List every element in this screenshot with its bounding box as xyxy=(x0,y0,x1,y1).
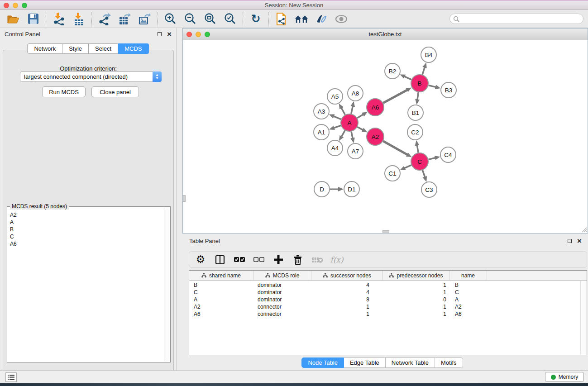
graph-edge-A-A7[interactable] xyxy=(351,132,353,139)
control-panel-tab[interactable]: Network xyxy=(27,43,62,54)
function-builder-icon[interactable]: f(x) xyxy=(331,254,343,266)
table-type-tab[interactable]: Motifs xyxy=(435,357,463,368)
graph-node-C3[interactable]: C3 xyxy=(421,182,437,197)
graph-node-C4[interactable]: C4 xyxy=(440,147,456,162)
graph-edge-C-C3[interactable] xyxy=(422,170,425,178)
graph-edge-A6-B[interactable] xyxy=(383,90,408,103)
table-type-tab[interactable]: Edge Table xyxy=(344,357,386,368)
table-settings-gear-icon[interactable]: ⚙ xyxy=(195,254,206,266)
graph-edge-A-A6[interactable] xyxy=(357,114,364,118)
zoom-window-button[interactable] xyxy=(22,3,27,8)
table-column-header[interactable]: predecessor nodes xyxy=(383,271,449,280)
run-mcds-button[interactable]: Run MCDS xyxy=(42,86,86,97)
open-session-icon[interactable] xyxy=(6,12,20,26)
float-panel-icon[interactable] xyxy=(158,32,162,36)
graph-node-C2[interactable]: C2 xyxy=(407,124,423,140)
graph-node-B4[interactable]: B4 xyxy=(421,47,436,62)
table-column-header[interactable]: name xyxy=(449,271,487,280)
zoom-in-icon[interactable] xyxy=(163,12,177,26)
table-type-tab[interactable]: Node Table xyxy=(301,357,344,368)
select-all-checkboxes-icon[interactable] xyxy=(234,254,245,266)
show-hide-styles-icon[interactable] xyxy=(315,12,328,26)
graph-edge-A-A1[interactable] xyxy=(333,125,341,128)
close-table-panel-icon[interactable]: × xyxy=(577,239,582,243)
float-table-panel-icon[interactable] xyxy=(568,239,572,243)
graph-node-D1[interactable]: D1 xyxy=(344,181,359,197)
graph-edge-B-B2[interactable] xyxy=(404,76,411,80)
graph-node-C[interactable]: C xyxy=(411,153,428,170)
table-column-header[interactable]: shared name xyxy=(189,271,253,280)
table-type-tab[interactable]: Network Table xyxy=(386,357,435,368)
network-close-button[interactable] xyxy=(186,32,192,37)
memory-button[interactable]: Memory xyxy=(545,372,584,382)
network-graph[interactable]: AA1A2A3A4A5A6A7A8BB1B2B3B4CC1C2C3C4DD1 xyxy=(183,40,588,233)
delete-table-icon[interactable] xyxy=(311,254,323,266)
criterion-dropdown[interactable]: largest connected component (directed) ▲… xyxy=(20,71,162,82)
control-panel-tab[interactable]: MCDS xyxy=(118,43,148,54)
graph-node-C1[interactable]: C1 xyxy=(385,166,400,181)
mcds-result-item[interactable]: A2 xyxy=(10,211,163,219)
save-session-icon[interactable] xyxy=(26,12,40,26)
close-panel-button[interactable]: Close panel xyxy=(91,86,139,97)
graph-edge-A-A4[interactable] xyxy=(341,130,345,137)
import-network-icon[interactable] xyxy=(52,12,66,26)
result-scrollbar[interactable] xyxy=(164,207,169,362)
hide-graphics-eye-icon[interactable] xyxy=(335,12,348,26)
graph-node-D[interactable]: D xyxy=(314,181,330,197)
graph-node-A7[interactable]: A7 xyxy=(348,143,363,159)
table-row[interactable]: A dominator 8 0 A xyxy=(189,296,587,304)
graph-node-A4[interactable]: A4 xyxy=(327,140,343,156)
delete-column-icon[interactable] xyxy=(292,254,304,266)
table-column-header[interactable]: MCDS role xyxy=(253,271,311,280)
graph-node-A8[interactable]: A8 xyxy=(348,86,363,101)
network-file-icon[interactable] xyxy=(275,12,288,26)
graph-node-A3[interactable]: A3 xyxy=(314,104,329,119)
search-box[interactable] xyxy=(449,14,583,24)
graph-node-A1[interactable]: A1 xyxy=(314,124,329,140)
network-zoom-button[interactable] xyxy=(205,32,210,37)
graph-edge-A-A5[interactable] xyxy=(341,107,345,115)
zoom-fit-icon[interactable] xyxy=(203,12,217,26)
zoom-out-icon[interactable] xyxy=(183,12,197,26)
minimize-window-button[interactable] xyxy=(13,3,18,8)
zoom-selected-icon[interactable] xyxy=(223,12,237,26)
table-column-header[interactable]: successor nodes xyxy=(311,271,383,280)
mcds-result-item[interactable]: A xyxy=(10,219,163,226)
home-icon[interactable] xyxy=(295,12,308,26)
graph-edge-A-A3[interactable] xyxy=(333,116,341,119)
graph-edge-A-A2[interactable] xyxy=(358,127,364,131)
mcds-result-item[interactable]: C xyxy=(10,233,163,240)
network-minimize-button[interactable] xyxy=(196,32,201,37)
graph-node-B3[interactable]: B3 xyxy=(441,82,456,98)
graph-edge-C-C2[interactable] xyxy=(417,144,418,153)
export-table-icon[interactable] xyxy=(118,12,131,26)
graph-node-B2[interactable]: B2 xyxy=(385,63,400,79)
show-columns-icon[interactable] xyxy=(214,254,226,266)
table-row[interactable]: A2 connector 1 1 A2 xyxy=(189,304,587,311)
search-input[interactable] xyxy=(461,15,583,23)
control-panel-tab[interactable]: Select xyxy=(89,43,118,54)
mcds-result-item[interactable]: A6 xyxy=(10,240,163,248)
horizontal-scroll-thumb[interactable] xyxy=(382,230,389,233)
table-row[interactable]: B dominator 4 1 B xyxy=(189,282,587,289)
control-panel-tab[interactable]: Style xyxy=(62,43,89,54)
export-network-icon[interactable] xyxy=(98,12,111,26)
vertical-scroll-thumb[interactable] xyxy=(183,195,186,202)
close-panel-icon[interactable]: × xyxy=(167,32,172,36)
clear-checkboxes-icon[interactable] xyxy=(253,254,265,266)
graph-edge-B-B3[interactable] xyxy=(428,86,436,87)
graph-edge-B-B1[interactable] xyxy=(417,92,419,100)
graph-node-A6[interactable]: A6 xyxy=(367,99,384,116)
graph-node-A[interactable]: A xyxy=(341,114,358,131)
graph-edge-C-C4[interactable] xyxy=(428,157,436,159)
task-history-button[interactable] xyxy=(5,372,17,382)
table-row[interactable]: C dominator 4 1 C xyxy=(189,289,587,296)
resize-grip-icon[interactable] xyxy=(581,226,587,233)
graph-node-B[interactable]: B xyxy=(411,75,428,92)
graph-node-B1[interactable]: B1 xyxy=(408,105,423,120)
add-column-icon[interactable] xyxy=(272,254,284,266)
graph-node-A2[interactable]: A2 xyxy=(367,128,384,145)
export-image-icon[interactable] xyxy=(138,12,151,26)
table-scrollbar[interactable] xyxy=(580,281,586,354)
network-window-titlebar[interactable]: testGlobe.txt xyxy=(183,29,588,40)
